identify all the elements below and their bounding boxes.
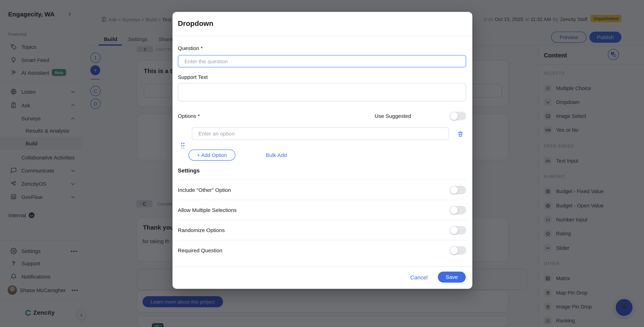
randomize-options-toggle[interactable] xyxy=(450,226,466,234)
save-button[interactable]: Save xyxy=(438,272,466,282)
option-input[interactable] xyxy=(192,128,449,140)
support-text-input[interactable] xyxy=(178,83,466,102)
bulk-add-link[interactable]: Bulk Add xyxy=(266,152,287,158)
required-question-toggle[interactable] xyxy=(450,246,466,255)
modal-title: Dropdown xyxy=(178,20,214,28)
modal-header-divider xyxy=(172,36,472,36)
row-divider xyxy=(178,220,466,220)
support-text-label: Support Text xyxy=(178,74,208,80)
toggle-row-label: Required Question xyxy=(178,247,222,254)
settings-heading: Settings xyxy=(178,168,200,174)
drag-handle-icon[interactable] xyxy=(181,142,184,148)
add-option-label: + Add Option xyxy=(197,152,227,158)
options-label: Options * xyxy=(178,113,200,119)
question-input[interactable] xyxy=(178,55,466,67)
question-label: Question * xyxy=(178,45,203,51)
modal-footer-divider xyxy=(172,266,472,266)
dropdown-question-modal: Dropdown Question * Support Text Options… xyxy=(172,12,472,289)
add-option-button[interactable]: + Add Option xyxy=(188,150,235,161)
row-divider xyxy=(178,240,466,240)
trash-icon[interactable] xyxy=(457,130,464,137)
use-suggested-toggle[interactable] xyxy=(450,112,466,120)
settings-divider xyxy=(178,180,466,180)
cancel-button[interactable]: Cancel xyxy=(410,274,428,281)
include-other-toggle[interactable] xyxy=(450,186,466,194)
use-suggested-label: Use Suggested xyxy=(375,113,411,119)
row-divider xyxy=(178,200,466,200)
app-root: Engagecity, WA Featured Topics Smart Fee… xyxy=(0,0,644,327)
toggle-row-label: Include "Other" Option xyxy=(178,187,231,193)
toggle-row-label: Allow Multiple Selections xyxy=(178,207,237,213)
allow-multiple-toggle[interactable] xyxy=(450,206,466,214)
toggle-row-label: Randomize Options xyxy=(178,227,225,233)
